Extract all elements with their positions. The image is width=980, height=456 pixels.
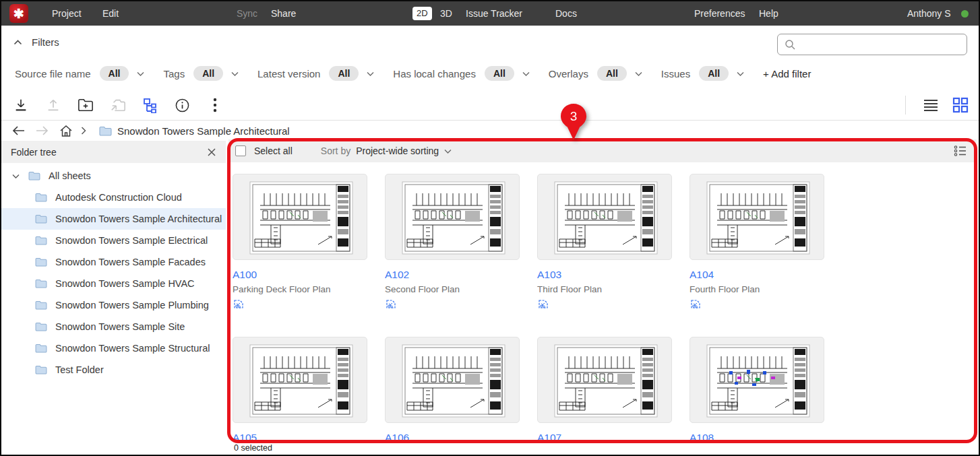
folder-icon bbox=[28, 171, 40, 181]
tree-item-label: Snowdon Towers Sample Structural bbox=[55, 343, 210, 354]
sheet-thumbnail[interactable] bbox=[537, 337, 672, 423]
chevron-down-icon[interactable] bbox=[12, 174, 22, 178]
mode-3d-toggle[interactable]: 3D bbox=[440, 1, 452, 26]
app-window: ✱ Project Edit Sync Share 2D 3D Issue Tr… bbox=[0, 0, 980, 456]
sheet-name: Second Floor Plan bbox=[385, 284, 520, 294]
forward-button[interactable] bbox=[35, 123, 49, 139]
filter-source-file-name: Source file name All bbox=[15, 66, 144, 81]
top-menu-bar: ✱ Project Edit Sync Share 2D 3D Issue Tr… bbox=[1, 1, 979, 26]
menu-share[interactable]: Share bbox=[271, 1, 296, 26]
app-logo-icon: ✱ bbox=[9, 4, 28, 23]
sheet-thumbnail[interactable] bbox=[385, 337, 520, 423]
menu-project[interactable]: Project bbox=[52, 1, 82, 26]
mode-2d-toggle[interactable]: 2D bbox=[412, 7, 432, 20]
filter-overlays: Overlays All bbox=[549, 66, 642, 81]
menu-issue-tracker[interactable]: Issue Tracker bbox=[466, 1, 522, 26]
tree-item-test-folder[interactable]: Test Folder bbox=[1, 359, 226, 381]
filters-collapse-toggle[interactable]: Filters bbox=[13, 36, 59, 48]
breadcrumb-current-folder[interactable]: Snowdon Towers Sample Architectural bbox=[117, 123, 290, 139]
sheet-id[interactable]: A100 bbox=[233, 269, 367, 281]
sheet-id[interactable]: A102 bbox=[385, 269, 520, 281]
close-icon[interactable] bbox=[207, 148, 216, 157]
tree-item-snowdon-electrical[interactable]: Snowdon Towers Sample Electrical bbox=[1, 230, 226, 251]
filter-label: Latest version bbox=[257, 68, 320, 79]
tree-item-label: Test Folder bbox=[55, 364, 104, 375]
back-button[interactable] bbox=[12, 123, 26, 139]
tree-item-snowdon-site[interactable]: Snowdon Towers Sample Site bbox=[1, 316, 226, 337]
menu-preferences[interactable]: Preferences bbox=[694, 1, 745, 26]
chevron-down-icon[interactable] bbox=[737, 71, 744, 76]
menu-edit[interactable]: Edit bbox=[102, 1, 119, 26]
sheet-thumbnail[interactable] bbox=[690, 174, 824, 260]
sheet-card-a108: A108 bbox=[690, 337, 824, 444]
tree-item-snowdon-hvac[interactable]: Snowdon Towers Sample HVAC bbox=[1, 273, 226, 294]
extracted-sheet-icon bbox=[537, 299, 672, 309]
search-input[interactable] bbox=[801, 39, 967, 50]
sheet-thumbnail[interactable] bbox=[690, 337, 824, 423]
user-menu[interactable]: Anthony S bbox=[907, 1, 951, 26]
tree-item-autodesk-construction-cloud[interactable]: Autodesk Construction Cloud bbox=[1, 187, 226, 208]
tree-item-label: Snowdon Towers Sample HVAC bbox=[55, 278, 195, 289]
filter-value-pill[interactable]: All bbox=[485, 66, 514, 81]
sheet-thumbnail[interactable] bbox=[233, 337, 367, 423]
tree-structure-icon[interactable] bbox=[142, 96, 159, 114]
filter-value-pill[interactable]: All bbox=[100, 66, 129, 81]
folder-icon bbox=[35, 365, 47, 374]
chevron-down-icon[interactable] bbox=[231, 71, 239, 76]
search-box[interactable] bbox=[777, 34, 967, 55]
folder-icon bbox=[35, 279, 47, 288]
tree-item-snowdon-plumbing[interactable]: Snowdon Towers Sample Plumbing bbox=[1, 294, 226, 316]
info-icon[interactable] bbox=[173, 96, 191, 114]
sort-dropdown[interactable]: Project-wide sorting bbox=[356, 145, 439, 156]
tree-item-snowdon-structural[interactable]: Snowdon Towers Sample Structural bbox=[1, 337, 226, 359]
select-all-label[interactable]: Select all bbox=[254, 145, 293, 156]
filter-has-local-changes: Has local changes All bbox=[393, 66, 529, 81]
filter-value-pill[interactable]: All bbox=[329, 66, 359, 81]
filter-label: Source file name bbox=[15, 68, 91, 79]
filter-value-pill[interactable]: All bbox=[193, 66, 223, 81]
filter-latest-version: Latest version All bbox=[257, 66, 374, 81]
list-settings-icon[interactable] bbox=[954, 145, 967, 157]
sheet-id[interactable]: A104 bbox=[690, 269, 824, 281]
chevron-down-icon[interactable] bbox=[367, 71, 374, 76]
chevron-down-icon[interactable] bbox=[444, 149, 452, 154]
folder-icon bbox=[35, 257, 47, 267]
chevron-down-icon[interactable] bbox=[522, 71, 530, 76]
sheet-thumbnail[interactable] bbox=[233, 174, 367, 260]
kebab-menu-icon[interactable] bbox=[206, 96, 224, 114]
menu-sync[interactable]: Sync bbox=[237, 1, 257, 26]
chevron-down-icon[interactable] bbox=[635, 71, 642, 76]
sheet-id[interactable]: A103 bbox=[537, 269, 672, 281]
sheet-card-a104: A104 Fourth Floor Plan bbox=[690, 174, 824, 309]
home-icon[interactable] bbox=[59, 123, 73, 139]
list-view-icon[interactable] bbox=[922, 96, 940, 114]
search-icon bbox=[785, 39, 796, 51]
folder-icon bbox=[35, 236, 47, 245]
toolbar-divider bbox=[905, 96, 906, 115]
sheet-name: Parking Deck Floor Plan bbox=[233, 284, 367, 294]
filters-label: Filters bbox=[32, 36, 59, 48]
add-filter-button[interactable]: + Add filter bbox=[763, 68, 811, 79]
tree-item-snowdon-facades[interactable]: Snowdon Towers Sample Facades bbox=[1, 251, 226, 273]
filter-value-pill[interactable]: All bbox=[597, 66, 627, 81]
filter-value-pill[interactable]: All bbox=[699, 66, 729, 81]
menu-help[interactable]: Help bbox=[759, 1, 778, 26]
grid-view-icon[interactable] bbox=[952, 96, 969, 114]
move-folder-icon[interactable] bbox=[109, 96, 127, 114]
menu-docs[interactable]: Docs bbox=[555, 1, 577, 26]
sheet-card-a107: A107 bbox=[537, 337, 672, 444]
new-folder-icon[interactable] bbox=[77, 96, 94, 114]
tree-item-all-sheets[interactable]: All sheets bbox=[1, 165, 226, 187]
folder-icon bbox=[99, 123, 112, 139]
breadcrumb-chevron-icon bbox=[81, 123, 86, 139]
sheet-thumbnail[interactable] bbox=[537, 174, 672, 260]
upload-icon[interactable] bbox=[44, 96, 62, 114]
download-icon[interactable] bbox=[12, 96, 30, 114]
sheet-card-a102: A102 Second Floor Plan bbox=[385, 174, 520, 309]
tree-item-snowdon-architectural[interactable]: Snowdon Towers Sample Architectural bbox=[1, 208, 226, 230]
sheet-thumbnail[interactable] bbox=[385, 174, 520, 260]
folder-icon bbox=[35, 344, 47, 353]
chevron-down-icon[interactable] bbox=[137, 71, 144, 76]
filter-label: Has local changes bbox=[393, 68, 476, 79]
select-all-checkbox[interactable] bbox=[235, 145, 246, 156]
